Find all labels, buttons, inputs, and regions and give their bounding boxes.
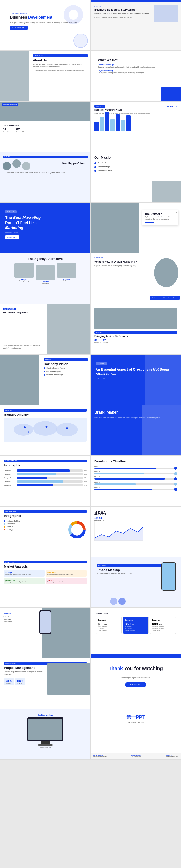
dot-2 <box>94 166 96 168</box>
top-bar <box>91 0 181 2</box>
slide-title: What is New In Digital Marketing? <box>94 260 140 263</box>
swot-text-threats: Increasing competition in the market <box>47 581 85 583</box>
swot-strength: Strength Strong brand identity and creat… <box>4 570 44 577</box>
bar-3 <box>105 112 109 131</box>
donut-chart <box>67 520 87 539</box>
timeline: Phase 1 Phase 2 Phase 3 <box>94 466 177 490</box>
row-11: INFOGRAPHIC Infographic Business Builder… <box>0 506 181 557</box>
slide-title: Bringing Action To Brands <box>94 335 177 338</box>
learn-more-button[interactable]: LEARN MORE <box>10 26 28 30</box>
feature-3b: Unlimited projects <box>152 628 174 629</box>
plan-standard: Standard $39 /mo Basic features 5 Projec… <box>96 617 122 634</box>
slide-tag: CREATIVITY <box>96 362 107 365</box>
learn-more-button[interactable]: Learn More <box>5 235 19 239</box>
stat-num-1: 01 <box>94 339 101 342</box>
item-image-3 <box>57 263 76 278</box>
change-value: +$8.00 <box>94 517 177 520</box>
bar-label-1: Category A <box>4 470 16 471</box>
item-text-2: Brand Strategy <box>98 166 110 168</box>
feature-3c: 24/7 support <box>152 630 174 631</box>
stat-num-1: 01 <box>3 127 14 131</box>
slide-global-company: GLOBAL Global Company <box>0 405 90 456</box>
subscribe-button[interactable]: SUBSCRIBE <box>125 682 146 687</box>
slide-tag: INNOVATION <box>94 257 140 259</box>
monitor-screen <box>28 718 62 740</box>
slide-iphone-mockup: MOCKUP iPhone Mockup Mobile first design… <box>90 557 181 608</box>
item-image-1 <box>14 263 34 278</box>
url-label: www.firstppt.com <box>3 747 88 748</box>
slide-tag: CLIENTS <box>3 156 88 158</box>
service-item-1: Creative Strategy Develop compelling bra… <box>98 64 174 68</box>
mission-item-2: Brand Strategy <box>94 166 143 168</box>
bar-track-1 <box>17 469 83 472</box>
row-4: CLIENTS Our Happy Client Our clients tru… <box>0 152 181 203</box>
tag: Project Management <box>2 103 18 106</box>
legend-dot-4 <box>4 529 5 530</box>
bar-6 <box>121 120 125 131</box>
bar-label-5: Category E <box>4 485 16 486</box>
bar-label-2: Category B <box>4 473 16 475</box>
feature-2a: All features <box>125 626 147 627</box>
right-image <box>142 405 181 456</box>
contact-email: EMAIL ADDRESS hello@company.com <box>93 754 107 757</box>
slide-tag: ANALYSIS <box>4 561 87 563</box>
bar-fill-4 <box>17 480 63 483</box>
tl-fill-4 <box>94 484 136 485</box>
slide-text: We are a creative agency focused on help… <box>33 63 88 68</box>
blue-decoration <box>161 87 181 101</box>
agency-items: Strategy Smart planning Creative Bold id… <box>4 263 87 284</box>
stat-num2: 150+ <box>17 679 23 683</box>
bar-fill-2 <box>17 473 57 475</box>
legend-item-2: Storytellers <box>4 523 65 525</box>
item-title-2: Creative <box>36 281 55 283</box>
close-button[interactable]: × <box>176 211 177 214</box>
dot-1 <box>44 368 45 369</box>
dot-2 <box>44 371 45 372</box>
tl-label-1: Phase 1 <box>94 466 177 467</box>
plan-price-3: $89 /mo <box>152 622 174 626</box>
slide-creativity: CREATIVITY An Essential Aspect of Creati… <box>90 354 181 405</box>
slide-title: The Agency Alternative <box>4 257 87 261</box>
item-text-3: Real and Bold Design <box>46 374 63 376</box>
tl-bar-5 <box>94 489 177 490</box>
client-avatars: Our Happy Client <box>0 158 90 172</box>
slide-title: What We Do? <box>98 58 174 62</box>
svg-point-12 <box>72 524 82 535</box>
contact-phone-value: +1 234 567 890 <box>131 756 142 757</box>
feature-list: Features Feature One Feature Two Feature… <box>3 613 12 623</box>
slide-business-builders: Business Business Builders & Storyteller… <box>90 0 181 51</box>
item-text-3: Real impact <box>57 280 76 282</box>
slide-percentage-chart: 45% +$8.00 Growth Rate <box>90 506 181 557</box>
map-svg <box>4 417 87 442</box>
svg-point-4 <box>24 426 26 428</box>
circle-2 <box>119 598 126 605</box>
svg-point-6 <box>66 428 68 429</box>
bar-track-5 <box>17 484 83 486</box>
tl-label-5: Phase 5 <box>94 487 177 488</box>
donut-content: Business Builders Storytellers Creative … <box>4 520 87 539</box>
slide-brand-maker: Brand Maker We craft brands that speak t… <box>90 405 181 456</box>
slide-tag: INNOVATION <box>3 308 16 310</box>
row-9: GLOBAL Global Company Brand Maker We cra… <box>0 405 181 456</box>
left-image <box>0 355 39 405</box>
plan-name-2: Business <box>125 619 147 621</box>
swot-threats: Threats Increasing competition in the ma… <box>46 578 87 585</box>
item-title-1: Strategy <box>14 278 34 280</box>
legend-label-3: Creative <box>6 526 13 528</box>
slide-title: We Develop Big Ideas <box>3 311 28 314</box>
svg-point-5 <box>46 426 48 428</box>
slide-tag: INFOGRAPHIC <box>4 510 87 513</box>
feature-2b: 20 Projects <box>125 628 147 629</box>
agency-item-1: Strategy Smart planning <box>14 263 34 284</box>
item-title-3: Results <box>57 278 76 280</box>
plan-business: Business $59 /mo All features 20 Project… <box>123 617 149 634</box>
tl-fill-3 <box>94 478 165 479</box>
circle-decoration <box>64 5 83 24</box>
title-part1: Business <box>10 15 27 19</box>
logo-area: 第一PPT http://www.1ppt.com <box>91 709 181 728</box>
slide-project-management: Project Management Project Management 01… <box>0 101 90 152</box>
top-image <box>94 308 177 329</box>
image-placeholder <box>154 5 178 22</box>
percentage-value: 45% <box>94 510 177 517</box>
tl-dot-5 <box>174 488 177 491</box>
